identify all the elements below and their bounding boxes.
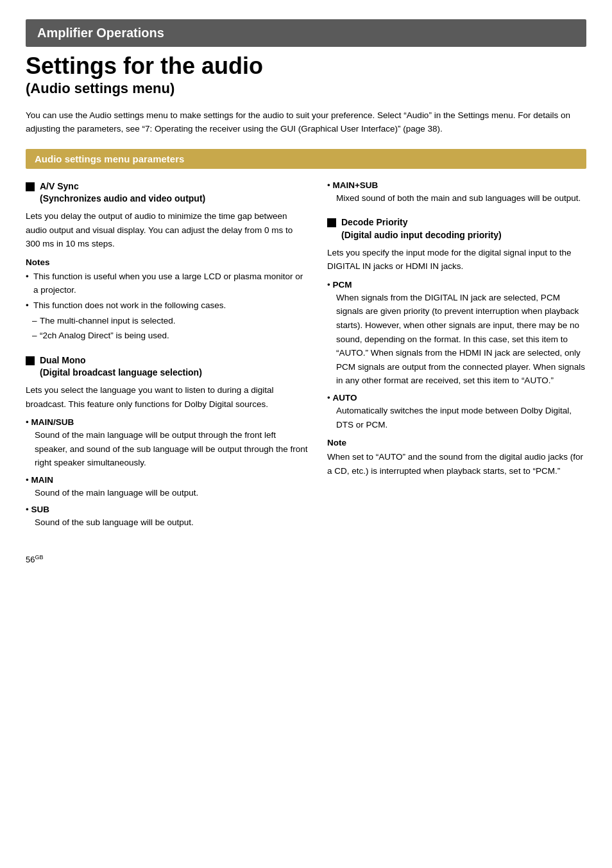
av-sync-icon (26, 182, 35, 191)
main-title: Settings for the audio (26, 53, 586, 79)
bullet-mainplussub-body: Mixed sound of both the main and sub lan… (327, 191, 586, 205)
bullet-auto-label: AUTO (327, 393, 586, 403)
intro-text: You can use the Audio settings menu to m… (26, 108, 586, 136)
bullet-mainplussub: MAIN+SUB Mixed sound of both the main an… (327, 180, 586, 205)
bullet-main-sub-label: MAIN/SUB (26, 417, 308, 427)
two-col-layout: A/V Sync (Synchronizes audio and video o… (26, 180, 586, 535)
bullet-main-body: Sound of the main language will be outpu… (26, 486, 308, 500)
av-sync-heading: A/V Sync (Synchronizes audio and video o… (26, 180, 308, 205)
notes-item-2: This function does not work in the follo… (26, 299, 308, 313)
bullet-pcm-body: When signals from the DIGITAL IN jack ar… (327, 291, 586, 388)
av-sync-body: Lets you delay the output of audio to mi… (26, 209, 308, 251)
bullet-sub-body: Sound of the sub language will be output… (26, 516, 308, 530)
bullet-sub: SUB Sound of the sub language will be ou… (26, 505, 308, 530)
bullet-pcm: PCM When signals from the DIGITAL IN jac… (327, 280, 586, 388)
dual-mono-body: Lets you select the language you want to… (26, 383, 308, 411)
notes-item-3: The multi-channel input is selected. (26, 314, 308, 328)
page-number: 56GB (26, 554, 586, 564)
notes-item-1: This function is useful when you use a l… (26, 270, 308, 297)
bullet-auto: AUTO Automatically switches the input mo… (327, 393, 586, 431)
left-column: A/V Sync (Synchronizes audio and video o… (26, 180, 308, 535)
bullet-main-sub-body: Sound of the main language will be outpu… (26, 428, 308, 470)
av-sync-notes-heading: Notes (26, 257, 308, 267)
decode-priority-heading: Decode Priority (Digital audio input dec… (327, 216, 586, 241)
bullet-main: MAIN Sound of the main language will be … (26, 475, 308, 500)
amplifier-header-label: Amplifier Operations (37, 26, 164, 40)
notes-item-4: “2ch Analog Direct” is being used. (26, 329, 308, 343)
decode-priority-note-heading: Note (327, 438, 586, 447)
av-sync-notes-list: This function is useful when you use a l… (26, 270, 308, 343)
dual-mono-icon (26, 356, 35, 365)
decode-priority-title-line2: (Digital audio input decoding priority) (341, 229, 502, 242)
bullet-auto-body: Automatically switches the input mode be… (327, 404, 586, 431)
params-bar: Audio settings menu parameters (26, 149, 586, 169)
decode-priority-note-body: When set to “AUTO” and the sound from th… (327, 450, 586, 478)
dual-mono-title-line2: (Digital broadcast language selection) (40, 367, 202, 379)
amplifier-header: Amplifier Operations (26, 19, 586, 47)
decode-priority-icon (327, 218, 336, 227)
sub-title: (Audio settings menu) (26, 80, 586, 97)
dual-mono-title-line1: Dual Mono (40, 354, 202, 367)
decode-priority-title-line1: Decode Priority (341, 216, 502, 229)
bullet-mainplussub-label: MAIN+SUB (327, 180, 586, 190)
dual-mono-heading: Dual Mono (Digital broadcast language se… (26, 354, 308, 379)
bullet-main-label: MAIN (26, 475, 308, 485)
decode-priority-body: Lets you specify the input mode for the … (327, 246, 586, 273)
bullet-pcm-label: PCM (327, 280, 586, 290)
bullet-sub-label: SUB (26, 505, 308, 514)
av-sync-title-line2: (Synchronizes audio and video output) (40, 193, 205, 205)
av-sync-title-line1: A/V Sync (40, 180, 205, 193)
right-column: MAIN+SUB Mixed sound of both the main an… (327, 180, 586, 535)
bullet-main-sub: MAIN/SUB Sound of the main language will… (26, 417, 308, 470)
